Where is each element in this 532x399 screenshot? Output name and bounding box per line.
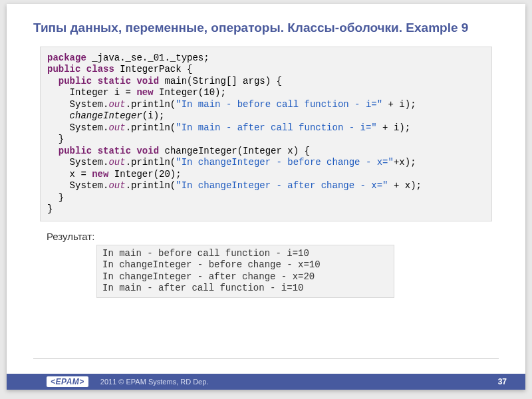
x-assign-b: Integer(20); [108,169,181,180]
result-line: In main - before call function - i=10 [102,248,309,259]
result-line: In main - after call function - i=10 [102,283,303,293]
system: System. [47,180,108,191]
package-name: _java._se._01._types; [86,53,209,63]
page-number: 37 [498,377,507,386]
string-ci-before: "In changeInteger - before change - x=" [176,157,394,168]
int-decl-b: Integer(10); [154,87,226,98]
keyword-public: public [59,76,92,86]
string-ci-after: "In changeInteger - after change - x=" [176,180,388,191]
println: .println( [126,99,176,110]
keyword-void: void [136,146,159,156]
result-line: In changeInteger - before change - x=10 [102,259,321,270]
divider [33,358,499,359]
out-field: out [108,180,125,191]
keyword-void: void [136,76,159,86]
plus-i: + i); [377,122,410,133]
keyword-public: public [59,146,92,156]
println: .println( [126,157,176,168]
main-signature: main(String[] args) { [159,76,282,86]
close-brace: } [47,134,64,144]
keyword-new: new [92,169,108,180]
plus-x-a: +x); [394,157,416,168]
string-main-after: "In main - after call function - i=" [176,122,376,133]
slide-title: Типы данных, переменные, операторы. Клас… [7,4,525,43]
slide: Типы данных, переменные, операторы. Клас… [7,4,525,390]
string-main-before: "In main - before call function - i=" [176,99,382,110]
plus-x-b: + x); [388,180,422,191]
keyword-class: class [86,64,114,74]
int-decl-a: Integer i = [47,87,136,98]
x-assign-a: x = [47,169,92,180]
out-field: out [108,99,125,110]
code-block: package _java._se._01._types; public cla… [40,47,492,221]
result-label: Результат: [47,231,525,242]
final-brace: } [47,203,53,214]
out-field: out [108,157,125,168]
footer-copyright: 2011 © EPAM Systems, RD Dep. [100,378,209,386]
keyword-static: static [98,146,131,156]
result-line: In changeInteger - after change - x=20 [102,271,315,282]
change-signature: changeInteger(Integer x) { [159,146,310,156]
println: .println( [126,122,176,133]
system: System. [47,122,108,133]
class-name: IntegerPack { [114,64,193,74]
call-arg: (i); [142,110,165,121]
keyword-static: static [98,76,131,86]
close-brace: } [47,192,64,203]
system: System. [47,99,108,110]
out-field: out [108,122,125,133]
keyword-package: package [47,53,86,63]
system: System. [47,157,108,168]
result-block: In main - before call function - i=10 In… [96,245,394,298]
keyword-new: new [136,87,153,98]
plus-i: + i); [382,99,416,110]
epam-logo: <EPAM> [47,376,88,387]
call-changeInteger: changeInteger [70,110,142,121]
keyword-public: public [47,64,80,74]
println: .println( [126,180,176,191]
footer-bar: <EPAM> 2011 © EPAM Systems, RD Dep. 37 [7,374,525,390]
